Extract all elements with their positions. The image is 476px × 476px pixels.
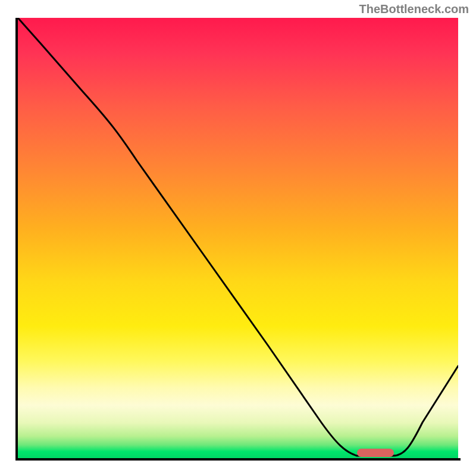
chart-container <box>18 18 458 458</box>
x-axis <box>15 458 461 461</box>
optimal-range-marker <box>357 449 394 457</box>
y-axis <box>15 18 18 461</box>
bottleneck-curve <box>18 18 458 458</box>
watermark-text: TheBottleneck.com <box>359 2 469 16</box>
